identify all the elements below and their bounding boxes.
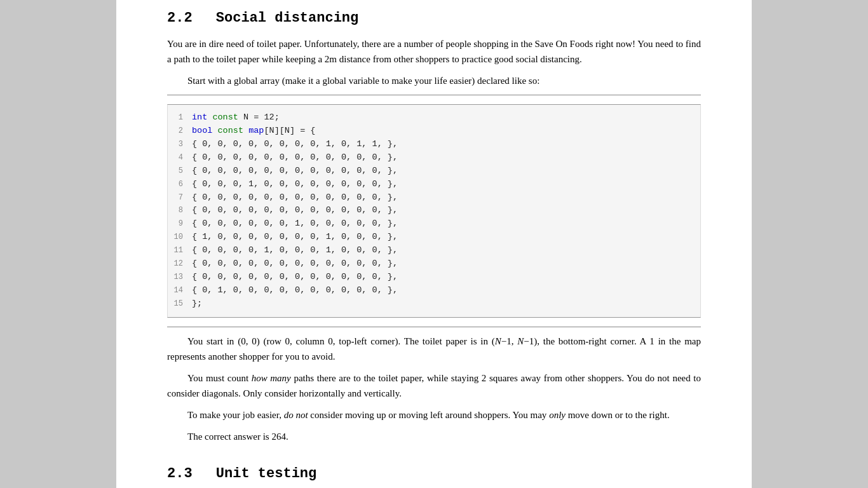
code-line-14: 14 { 0, 1, 0, 0, 0, 0, 0, 0, 0, 0, 0, 0,… [168, 284, 700, 297]
code-line-5: 5 { 0, 0, 0, 0, 0, 0, 0, 0, 0, 0, 0, 0, … [168, 165, 700, 178]
content-area: 2.2 Social distancing You are in dire ne… [116, 6, 752, 488]
code-line-11: 11 { 0, 0, 0, 0, 1, 0, 0, 0, 1, 0, 0, 0,… [168, 244, 700, 257]
code-divider-top [167, 95, 701, 95]
code-line-1: 1 int const N = 12; [168, 111, 700, 125]
code-divider-bottom [167, 327, 701, 327]
code-line-2: 2 bool const map[N][N] = { [168, 125, 700, 138]
section-2-2-p2: Start with a global array (make it a glo… [167, 73, 701, 88]
section-2-3-title: 2.3 Unit testing [167, 462, 701, 482]
code-line-12: 12 { 0, 0, 0, 0, 0, 0, 0, 0, 0, 0, 0, 0,… [168, 257, 700, 271]
code-block: 1 int const N = 12; 2 bool const map[N][… [167, 104, 701, 318]
page: 2.2 Social distancing You are in dire ne… [116, 0, 752, 488]
code-line-15: 15 }; [168, 297, 700, 311]
code-line-10: 10 { 1, 0, 0, 0, 0, 0, 0, 0, 1, 0, 0, 0,… [168, 231, 700, 244]
code-line-4: 4 { 0, 0, 0, 0, 0, 0, 0, 0, 0, 0, 0, 0, … [168, 151, 700, 165]
code-line-7: 7 { 0, 0, 0, 0, 0, 0, 0, 0, 0, 0, 0, 0, … [168, 191, 700, 205]
section-2-2-p5: To make your job easier, do not consider… [167, 407, 701, 423]
section-2-3-header: 2.3 Unit testing [167, 462, 701, 482]
code-line-6: 6 { 0, 0, 0, 1, 0, 0, 0, 0, 0, 0, 0, 0, … [168, 178, 700, 191]
section-2-2-p1: You are in dire need of toilet paper. Un… [167, 36, 701, 67]
section-2-2-p3: You start in (0, 0) (row 0, column 0, to… [167, 334, 701, 364]
code-line-8: 8 { 0, 0, 0, 0, 0, 0, 0, 0, 0, 0, 0, 0, … [168, 204, 700, 217]
section-2-2-title: 2.2 Social distancing [167, 6, 701, 26]
code-line-9: 9 { 0, 0, 0, 0, 0, 0, 1, 0, 0, 0, 0, 0, … [168, 217, 700, 231]
code-line-3: 3 { 0, 0, 0, 0, 0, 0, 0, 0, 1, 0, 1, 1, … [168, 138, 700, 151]
section-2-2-p4: You must count how many paths there are … [167, 370, 701, 401]
section-2-2-p6: The correct answer is 264. [167, 429, 701, 444]
code-line-13: 13 { 0, 0, 0, 0, 0, 0, 0, 0, 0, 0, 0, 0,… [168, 271, 700, 284]
